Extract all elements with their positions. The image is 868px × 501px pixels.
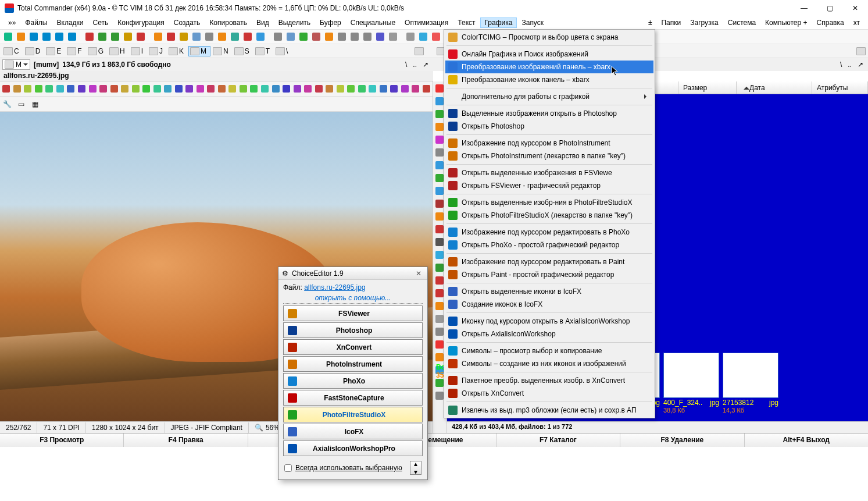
lister-icon-13[interactable] (141, 83, 152, 95)
lister-icon-24[interactable] (260, 83, 270, 95)
menu-Вид[interactable]: Вид (252, 17, 274, 28)
toolbar-icon-4[interactable] (53, 31, 65, 42)
menu-Сеть[interactable]: Сеть (88, 17, 113, 28)
menu-Специальные[interactable]: Специальные (346, 17, 400, 28)
maximize-button[interactable]: ▢ (821, 2, 838, 15)
menu-Система[interactable]: Система (723, 17, 760, 28)
toolbar-icon-19[interactable] (255, 31, 266, 42)
toolbar-icon-22[interactable] (298, 31, 309, 42)
lister-icon-32[interactable] (346, 83, 356, 95)
lister-icon-36[interactable] (389, 83, 399, 95)
toolbar-icon-30[interactable] (405, 31, 416, 42)
toolbar-icon-15[interactable] (203, 31, 215, 42)
toolbar-icon-24[interactable] (323, 31, 335, 42)
drive-M[interactable]: M (188, 46, 210, 56)
toolbar-icon-8[interactable] (109, 31, 121, 42)
toolbar-icon-0[interactable] (2, 31, 14, 42)
toolbar-icon-3[interactable] (41, 31, 52, 42)
fkey[interactable]: F4 Правка (124, 434, 248, 447)
menu-Компьютер +[interactable]: Компьютер + (760, 17, 812, 28)
toolbar-icon-25[interactable] (336, 31, 348, 42)
drive-G[interactable]: G (87, 47, 107, 56)
path-root-icon[interactable]: \ (405, 61, 407, 69)
drive-extra-icon[interactable] (856, 47, 866, 55)
tool-icon[interactable]: 🔧 (1, 98, 13, 110)
menu-Файлы[interactable]: Файлы (20, 17, 52, 28)
menu-Текст[interactable]: Текст (453, 17, 480, 28)
choice-row-PhoXo[interactable]: PhoXo (283, 373, 423, 389)
gfx-menu-item[interactable]: Открыть FSViewer - графический редактор (445, 179, 653, 192)
menu-marker-left[interactable]: »» (3, 17, 20, 28)
lister-icon-2[interactable] (23, 83, 33, 95)
gfx-menu-item[interactable]: Дополнительно для работы с графикой (445, 90, 653, 103)
lister-icon-11[interactable] (120, 83, 130, 95)
menu-Папки[interactable]: Папки (656, 17, 685, 28)
drive-H[interactable]: H (108, 47, 128, 56)
choice-row-AxialisIconWorkshopPro[interactable]: AxialisIconWorkshopPro (283, 440, 423, 456)
gfx-menu-item[interactable]: Создание иконок в IcoFX (445, 298, 653, 311)
toolbar-icon-23[interactable] (310, 31, 322, 42)
fkey[interactable]: F8 Удаление (620, 434, 744, 447)
drive-selector-left[interactable]: M (2, 59, 30, 70)
lister-icon-0[interactable] (1, 83, 12, 95)
lister-icon-33[interactable] (357, 83, 367, 95)
choice-editor-dialog[interactable]: ⚙ ChoiceEditor 1.9 ✕ Файл: allfons.ru-22… (278, 267, 428, 480)
gfx-menu-item[interactable]: Символы – создание из них иконок и изобр… (445, 357, 653, 370)
gfx-menu-item[interactable]: Открыть Photoshop (445, 120, 653, 133)
lister-icon-39[interactable] (422, 83, 432, 95)
lister-icon-18[interactable] (195, 83, 206, 95)
drive-F[interactable]: F (66, 47, 85, 56)
lister-icon-37[interactable] (400, 83, 410, 95)
gfx-menu-item[interactable]: Открыть выделенные изображения в FSViewe (445, 166, 653, 179)
grid-icon[interactable]: ▦ (29, 98, 41, 110)
lister-icon-10[interactable] (109, 83, 119, 95)
drive-S[interactable]: S (233, 47, 253, 56)
toolbar-icon-10[interactable] (135, 31, 147, 42)
gfx-menu-item[interactable]: Изображение под курсором в PhotoInstrume… (445, 137, 653, 150)
gfx-menu-item[interactable]: Пакетное преобр. выделенных изобр. в XnC… (445, 374, 653, 387)
rect-icon[interactable]: ▭ (15, 98, 27, 110)
drive-C[interactable]: C (2, 47, 23, 56)
lister-icon-3[interactable] (34, 83, 44, 95)
lister-icon-15[interactable] (163, 83, 173, 95)
active-file-tab-left[interactable]: allfons.ru-22695.jpg (0, 71, 433, 81)
choice-row-IcoFX[interactable]: IcoFX (283, 424, 423, 439)
gfx-menu-item[interactable]: Открыть выделенные изобр-ния в PhotoFilt… (445, 196, 653, 209)
fkey[interactable]: F3 Просмотр (0, 434, 124, 447)
gfx-menu-item[interactable]: Иконку под курсором открыть в AxialisIco… (445, 315, 653, 328)
menu-Создать[interactable]: Создать (169, 17, 205, 28)
lister-icon-4[interactable] (44, 83, 55, 95)
toolbar-icon-1[interactable] (15, 31, 27, 42)
close-button[interactable]: ✕ (847, 2, 863, 15)
col-size[interactable]: Размер (678, 81, 737, 94)
path-up-icon[interactable]: .. (413, 61, 417, 69)
gfx-menu-item[interactable]: Преобразование иконок панель – xbarx (445, 73, 653, 86)
lister-icon-5[interactable] (55, 83, 66, 95)
choice-row-FSViewer[interactable]: FSViewer (283, 305, 423, 321)
lister-icon-14[interactable] (152, 83, 162, 95)
toolbar-icon-6[interactable] (84, 31, 95, 42)
toolbar-icon-32[interactable] (430, 31, 442, 42)
gfx-menu-item[interactable]: Извлечь из выд. mp3 обложки (если есть) … (445, 404, 653, 417)
toolbar-icon-26[interactable] (349, 31, 360, 42)
fkey[interactable]: Alt+F4 Выход (745, 434, 868, 447)
drive-I[interactable]: I (130, 47, 147, 56)
lister-icon-12[interactable] (130, 83, 141, 95)
drive-extra-icon[interactable] (415, 47, 424, 55)
updown-arrows[interactable]: ▴▾ (410, 461, 422, 475)
gfx-menu-item[interactable]: Открыть выделенные иконки в IcoFX (445, 285, 653, 298)
choice-row-Photoshop[interactable]: Photoshop (283, 322, 423, 338)
toolbar-icon-2[interactable] (28, 31, 40, 42)
menu-Оптимизация[interactable]: Оптимизация (400, 17, 453, 28)
choice-row-XnConvert[interactable]: XnConvert (283, 339, 423, 355)
col-date[interactable]: Дата (737, 81, 812, 94)
toolbar-icon-16[interactable] (216, 31, 228, 42)
drive-N[interactable]: N (212, 47, 232, 56)
gfx-menu-item[interactable]: Открыть PhotoFiltreStudioX (лекарство в … (445, 209, 653, 222)
thumb-cell[interactable]: 27153812jpg14,3 Кб (723, 353, 778, 414)
lister-icon-17[interactable] (184, 83, 195, 95)
menu-Запуск[interactable]: Запуск (517, 17, 548, 28)
menu-Выделить[interactable]: Выделить (274, 17, 315, 28)
lister-icon-38[interactable] (410, 83, 421, 95)
drive-D[interactable]: D (24, 47, 44, 56)
